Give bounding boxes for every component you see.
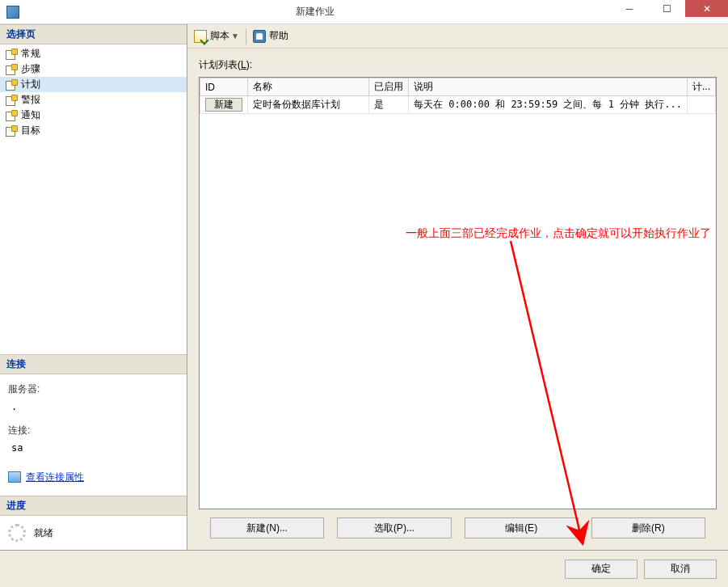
grid-button-row: 新建(N)... 选取(P)... 编辑(E) 删除(R)	[199, 509, 717, 540]
table-row[interactable]: 新建 定时备份数据库计划 是 每天在 0:00:00 和 23:59:59 之间…	[200, 96, 716, 114]
nav-item-schedule[interactable]: 计划	[0, 77, 187, 92]
ok-button[interactable]: 确定	[565, 560, 638, 579]
connection-header: 连接	[0, 354, 187, 374]
select-page-header: 选择页	[0, 24, 187, 44]
toolbar-separator	[246, 28, 246, 44]
connection-label: 连接:	[8, 424, 30, 436]
progress-ring-icon	[8, 524, 26, 542]
page-icon	[5, 64, 18, 75]
col-name[interactable]: 名称	[248, 78, 369, 96]
col-description[interactable]: 说明	[409, 78, 688, 96]
row-name: 定时备份数据库计划	[248, 96, 369, 114]
page-icon	[5, 95, 18, 106]
delete-button[interactable]: 删除(R)	[591, 517, 705, 538]
script-button[interactable]: 脚本	[210, 29, 229, 43]
connection-value: sa	[11, 442, 23, 454]
row-enabled: 是	[369, 96, 409, 114]
toolbar: 脚本 ▼ 帮助	[187, 24, 728, 49]
close-button[interactable]: ✕	[685, 0, 728, 17]
page-icon	[5, 125, 18, 137]
nav-label: 通知	[21, 108, 40, 122]
nav-item-notify[interactable]: 通知	[0, 108, 187, 123]
row-plan	[687, 96, 715, 114]
new-button[interactable]: 新建(N)...	[210, 517, 324, 538]
help-icon	[253, 30, 266, 43]
view-connection-props-link[interactable]: 查看连接属性	[8, 469, 84, 487]
nav-label: 常规	[21, 47, 40, 61]
nav-item-alerts[interactable]: 警报	[0, 92, 187, 108]
nav-item-steps[interactable]: 步骤	[0, 61, 187, 77]
col-enabled[interactable]: 已启用	[369, 78, 409, 96]
maximize-button[interactable]: ☐	[648, 0, 685, 17]
page-icon	[5, 49, 18, 60]
sidebar: 选择页 常规 步骤 计划 警报 通知 目标 连接 服务器: . 连接: sa 查…	[0, 24, 187, 550]
pick-button[interactable]: 选取(P)...	[337, 517, 451, 538]
col-id[interactable]: ID	[200, 78, 248, 96]
nav-item-general[interactable]: 常规	[0, 46, 187, 61]
connection-panel: 服务器: . 连接: sa 查看连接属性	[0, 374, 187, 496]
progress-panel: 就绪	[0, 516, 187, 550]
content-area: 计划列表(L): ID 名称 已启用 说明 计...	[187, 49, 728, 550]
progress-header: 进度	[0, 496, 187, 516]
minimize-button[interactable]: ─	[611, 0, 648, 17]
page-icon	[5, 110, 18, 121]
help-button[interactable]: 帮助	[269, 29, 288, 43]
nav-label: 步骤	[21, 62, 40, 76]
link-label: 查看连接属性	[26, 469, 84, 487]
col-plan[interactable]: 计...	[687, 78, 715, 96]
schedule-list-label: 计划列表(L):	[199, 58, 717, 72]
script-dropdown-icon[interactable]: ▼	[231, 32, 239, 40]
title-bar: 新建作业 ─ ☐ ✕	[0, 0, 728, 24]
main-panel: 脚本 ▼ 帮助 计划列表(L): ID 名称 已启用 说明 计	[187, 24, 728, 550]
window-title: 新建作业	[19, 5, 611, 19]
row-description: 每天在 0:00:00 和 23:59:59 之间、每 1 分钟 执行...	[409, 96, 688, 114]
page-icon	[5, 79, 18, 91]
server-value: .	[11, 401, 17, 412]
page-nav-list: 常规 步骤 计划 警报 通知 目标	[0, 44, 187, 140]
table-header-row: ID 名称 已启用 说明 计...	[200, 78, 716, 96]
nav-label: 警报	[21, 93, 40, 107]
nav-label: 计划	[21, 78, 40, 91]
cancel-button[interactable]: 取消	[644, 560, 717, 579]
window-buttons: ─ ☐ ✕	[611, 0, 728, 23]
nav-label: 目标	[21, 124, 40, 137]
script-icon	[194, 30, 207, 43]
row-id-button[interactable]: 新建	[205, 98, 242, 112]
edit-button[interactable]: 编辑(E)	[465, 517, 579, 538]
dialog-footer: 确定 取消	[0, 550, 728, 587]
nav-item-targets[interactable]: 目标	[0, 123, 187, 138]
server-label: 服务器:	[8, 383, 40, 395]
schedule-grid[interactable]: ID 名称 已启用 说明 计... 新建 定时备份数据库计划 是 每天在 0:0	[199, 77, 717, 509]
properties-icon	[8, 471, 21, 483]
progress-status: 就绪	[34, 526, 53, 540]
app-icon	[6, 6, 19, 19]
